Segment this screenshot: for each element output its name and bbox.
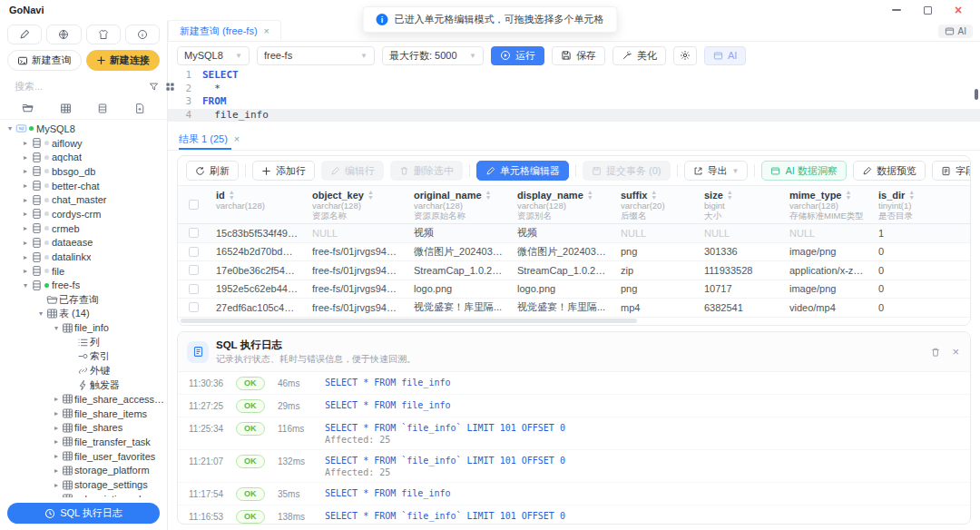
refresh-button[interactable]: 刷新 [186,161,239,181]
tree-item-dataease[interactable]: ▸dataease [0,236,167,250]
column-header-object_key[interactable]: object_key▲▼varchar(128)资源名称 [305,186,407,223]
close-button[interactable]: × [953,5,964,15]
cell-editor-button[interactable]: 单元格编辑器 [476,161,569,181]
tree-item-file_share_items[interactable]: ▸file_share_items [0,407,167,421]
cell[interactable]: 视觉盛宴！库里隔... [510,300,613,314]
tree-expand-arrow[interactable]: ▸ [21,210,30,218]
horizontal-scrollbar-thumb[interactable] [181,319,637,323]
globe-button[interactable] [46,25,81,44]
cell[interactable]: free-fs/01jrvgs943q... [305,283,407,294]
tree-expand-arrow[interactable]: ▸ [21,153,30,162]
table-view-button[interactable] [60,103,72,114]
cell[interactable]: image/png [782,246,871,257]
search-input[interactable] [15,81,143,92]
table-row[interactable]: 17e0be36c2f541ce9...free-fs/01jrvgs943q.… [178,261,970,280]
run-button[interactable]: 运行 [491,46,544,65]
cell[interactable]: NULL [782,228,871,239]
cell[interactable]: 15c83b5f534f49e4b... [209,228,305,239]
max-rows-select[interactable]: 最大行数: 5000 ▼ [382,46,484,65]
tree-expand-arrow[interactable]: ▸ [52,452,61,460]
close-log-button[interactable]: × [952,345,959,358]
query-tab[interactable]: 新建查询 (free-fs) × [168,20,281,41]
tree-item-file[interactable]: ▸file [0,264,167,279]
table-row[interactable]: 27edf6ac105c44598...free-fs/01jrvgs943q.… [178,299,970,318]
tree-collapse-arrow[interactable]: ▾ [52,324,61,332]
tree-item-storage_settings[interactable]: ▸storage_settings [0,477,167,492]
commit-button[interactable]: 提交事务 (0) [583,161,671,181]
tree-item-free-fs[interactable]: ▾free-fs [0,279,167,293]
cell[interactable]: 0 [871,283,970,294]
data-preview-button[interactable]: 数据预览 [853,161,926,181]
cell[interactable]: 微信图片_20240326... [510,245,613,259]
connection-select[interactable]: MySQL8 ▼ [177,46,250,65]
tree-item-file_info[interactable]: ▾file_info [0,321,167,336]
cell[interactable]: 111933528 [697,265,782,276]
column-header-size[interactable]: size▲▼bigint大小 [697,186,782,223]
cell[interactable]: image/png [782,283,871,294]
cell[interactable]: 27edf6ac105c44598... [209,302,305,313]
tree-collapse-arrow[interactable]: ▾ [21,281,30,290]
tree-expand-arrow[interactable]: ▸ [52,395,61,403]
theme-button[interactable] [86,25,121,44]
tab-close-icon[interactable]: × [264,25,270,36]
tree-collapse-arrow[interactable]: ▾ [5,124,15,132]
editor-scrollbar[interactable] [975,89,978,100]
cell[interactable]: application/x-zip-co... [782,265,871,276]
column-header-mime_type[interactable]: mime_type▲▼varchar(128)存储标准MIME类型 [782,186,871,223]
tree-expand-arrow[interactable]: ▸ [21,139,30,147]
cell[interactable]: 10717 [697,283,782,294]
tree-expand-arrow[interactable]: ▸ [52,409,61,417]
tree-item-file_user_favorites[interactable]: ▸file_user_favorites [0,449,167,464]
tree-item-file_shares[interactable]: ▸file_shares [0,420,167,435]
cell[interactable]: mp4 [613,302,697,313]
tree-item-file_share_access_record[interactable]: ▸file_share_access_record [0,392,167,407]
pen-button[interactable] [7,25,42,44]
cell[interactable]: 6382541 [697,302,782,313]
result-tab[interactable]: 结果 1 (25) × [179,128,240,150]
tree-item-bbsgo_db[interactable]: ▸bbsgo_db [0,164,167,179]
tree-item-chat_master[interactable]: ▸chat_master [0,192,167,207]
column-header-suffix[interactable]: suffix▲▼varchar(20)后缀名 [613,186,697,223]
ai-panel-button[interactable]: AI [938,25,973,38]
sort-icon[interactable]: ▲▼ [229,190,235,200]
log-entry[interactable]: 11:17:54OK35msSELECT * FROM file_info [178,483,970,505]
row-checkbox[interactable] [189,265,199,275]
minimize-button[interactable] [891,5,902,15]
tree-item-触发器[interactable]: 触发器 [0,378,167,392]
sort-icon[interactable]: ▲▼ [485,190,492,200]
sort-icon[interactable]: ▲▼ [587,190,593,200]
column-header-display_name[interactable]: display_name▲▼varchar(128)资源别名 [510,186,613,223]
file-view-button[interactable] [134,103,145,114]
cell[interactable]: 视频 [407,226,510,240]
delete-selected-button[interactable]: 删除选中 [390,161,463,181]
log-entry[interactable]: 11:30:36OK46msSELECT * FROM file_info [178,372,970,395]
cell[interactable]: 视频 [510,226,613,240]
table-row[interactable]: 16524b2d70bd4527...free-fs/01jrvgs943q..… [178,243,970,262]
tree-expand-arrow[interactable]: ▸ [21,224,30,232]
tree-expand-arrow[interactable]: ▸ [52,466,61,475]
add-row-button[interactable]: 添加行 [252,161,315,181]
cell[interactable]: 微信图片_20240326... [407,245,510,259]
beautify-button[interactable]: 美化 [612,46,666,65]
column-header-id[interactable]: id▲▼varchar(128) [209,186,305,223]
tree-expand-arrow[interactable]: ▸ [52,481,61,489]
tree-collapse-arrow[interactable]: ▾ [36,309,45,318]
tree-item-file_transfer_task[interactable]: ▸file_transfer_task [0,435,167,449]
cell[interactable]: 0 [871,265,970,276]
sort-icon[interactable]: ▲▼ [845,190,851,200]
log-entry[interactable]: 11:16:53OK138msSELECT * FROM `file_info`… [178,505,970,525]
tree-expand-arrow[interactable]: ▸ [52,424,61,432]
cell[interactable]: free-fs/01jrvgs943q... [305,302,407,313]
tree-expand-arrow[interactable]: ▸ [21,196,30,204]
log-entry[interactable]: 11:21:07OK132msSELECT * FROM `file_info`… [178,450,970,483]
tree-expand-arrow[interactable]: ▸ [21,167,30,175]
tree-item-aqchat[interactable]: ▸aqchat [0,150,167,164]
tree-item-外键[interactable]: 外键 [0,364,167,378]
tree-item-cordys-crm[interactable]: ▸cordys-crm [0,207,167,221]
result-tab-close-icon[interactable]: × [234,133,240,144]
about-button[interactable] [125,25,160,44]
cell[interactable]: logo.png [407,283,510,294]
cell[interactable]: video/mp4 [782,302,871,313]
sort-icon[interactable]: ▲▼ [368,190,374,200]
cell[interactable]: free-fs/01jrvgs943q... [305,246,407,257]
